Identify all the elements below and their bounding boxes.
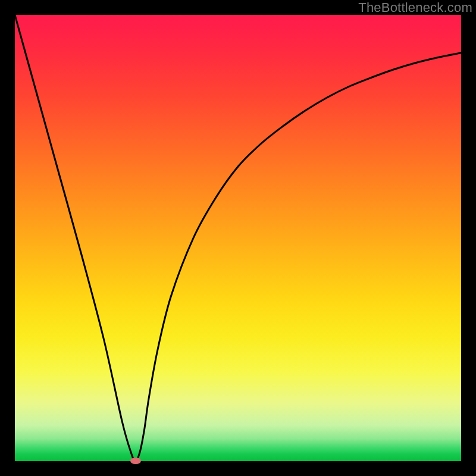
bottleneck-curve-path [15, 15, 461, 461]
curve-svg [15, 15, 461, 461]
chart-frame: TheBottleneck.com [0, 0, 476, 476]
optimal-point-marker [130, 458, 141, 464]
plot-area [15, 15, 461, 461]
watermark-text: TheBottleneck.com [358, 0, 472, 15]
